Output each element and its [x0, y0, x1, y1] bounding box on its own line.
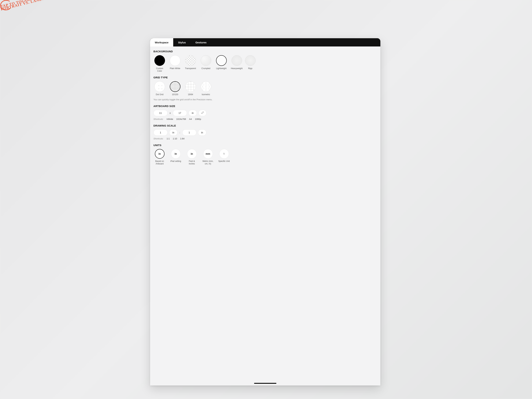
swatch-circle	[201, 81, 211, 92]
artboard-unit-select[interactable]: in	[189, 110, 197, 116]
section-title-grid: GRID TYPE	[153, 76, 377, 79]
home-indicator[interactable]	[254, 383, 276, 384]
artboard-orientation-toggle-button[interactable]	[199, 110, 206, 116]
swatch-label: 10/100	[172, 93, 178, 96]
swatch-label: Isometric	[202, 93, 210, 96]
swatch-circle	[170, 55, 180, 66]
artboard-height-input[interactable]: 17	[173, 110, 187, 116]
artboard-width-input[interactable]: 11	[153, 110, 168, 116]
background-option-custom-color[interactable]: Custom Color	[153, 55, 166, 72]
artboard-shortcuts-row: Shortcuts: Infinite 1024x768 A4 1080p	[153, 118, 377, 120]
artboard-shortcut-a4[interactable]: A4	[189, 118, 192, 120]
background-option-plain-white[interactable]: Plain White	[169, 55, 181, 72]
scale-shortcut-1-10[interactable]: 1:10	[173, 137, 177, 140]
swatch-label: Crumpled	[202, 67, 210, 70]
tab-stylus[interactable]: Stylus	[173, 38, 190, 46]
swatch-circle	[201, 55, 211, 66]
scale-shortcuts-row: Shortcuts: 1:1 1:10 1:64	[153, 137, 377, 140]
unit-option-specific[interactable]: ft Specific Unit	[218, 149, 230, 165]
artboard-shortcut-infinite[interactable]: Infinite	[166, 118, 173, 120]
scale-shortcut-1-64[interactable]: 1:64	[180, 137, 184, 140]
scale-left-value-input[interactable]: 1	[153, 129, 168, 136]
swatch-circle	[185, 55, 196, 66]
artboard-shortcut-1080p[interactable]: 1080p	[195, 118, 201, 120]
unit-option-metric[interactable]: mm Metric (mm, cm, m)	[202, 149, 214, 165]
unit-circle: in	[187, 149, 197, 159]
swatch-label: Custom Color	[153, 67, 166, 72]
scale-left-unit-select[interactable]: in	[169, 129, 177, 136]
unit-circle: ft	[219, 149, 229, 159]
swatch-circle	[216, 55, 227, 66]
shortcuts-label: Shortcuts:	[153, 118, 164, 120]
background-option-heavyweight[interactable]: Heavyweight	[231, 55, 243, 72]
grid-hint-text: You can quickly toggle the grid on/off i…	[153, 98, 377, 101]
grid-option-dot[interactable]: Dot Grid	[153, 81, 166, 96]
unit-label: Metric (mm, cm, m)	[202, 160, 214, 165]
unit-option-ipad[interactable]: in iPad setting	[170, 149, 182, 165]
tab-bar: Workspace Stylus Gestures	[150, 38, 380, 46]
background-option-crumpled[interactable]: Crumpled	[200, 55, 212, 72]
background-option-transparent[interactable]: Transparent	[184, 55, 197, 72]
section-title-scale: DRAWING SCALE	[153, 124, 377, 127]
swatch-label: 16/64	[188, 93, 193, 96]
section-title-units: UNITS	[153, 144, 377, 147]
swatch-label: Heavyweight	[231, 67, 243, 70]
swatch-circle	[170, 81, 180, 92]
unit-label: Based on Artboard	[153, 160, 166, 165]
swatch-label: Ripp	[248, 67, 252, 70]
swatch-label: Lightweight	[216, 67, 227, 70]
swatch-circle	[231, 55, 242, 66]
swap-icon	[201, 111, 204, 115]
artboard-shortcut-1024x768[interactable]: 1024x768	[176, 118, 186, 120]
background-option-ripple[interactable]: Ripp	[246, 55, 253, 72]
swatch-label: Dot Grid	[156, 93, 164, 96]
tab-gestures[interactable]: Gestures	[190, 38, 211, 46]
swatch-circle	[154, 81, 165, 92]
unit-circle: mm	[203, 149, 213, 159]
swatch-circle	[245, 55, 256, 66]
swatch-label: Transparent	[185, 67, 196, 70]
background-option-lightweight[interactable]: Lightweight	[215, 55, 228, 72]
scale-field-row: 1 in : 1 in	[153, 129, 377, 136]
unit-option-feet-inches[interactable]: in Feet & Inches	[186, 149, 198, 165]
units-row: in Based on Artboard in iPad setting in …	[153, 149, 377, 165]
scale-right-value-input[interactable]: 1	[182, 129, 196, 136]
shortcuts-label: Shortcuts:	[153, 137, 164, 140]
swatch-circle	[185, 81, 196, 92]
tab-workspace[interactable]: Workspace	[150, 38, 173, 46]
scale-colon-separator: :	[179, 131, 181, 134]
unit-label: Feet & Inches	[186, 160, 198, 165]
unit-circle: in	[155, 149, 165, 159]
scale-shortcut-1-1[interactable]: 1:1	[166, 137, 170, 140]
unit-option-artboard[interactable]: in Based on Artboard	[153, 149, 166, 165]
settings-panel: Workspace Stylus Gestures BACKGROUND Cus…	[150, 38, 380, 385]
panel-content[interactable]: BACKGROUND Custom Color Plain White Tran…	[150, 46, 380, 385]
artboard-field-row: 11 x 17 in	[153, 110, 377, 116]
artboard-x-separator: x	[169, 112, 171, 114]
unit-label: Specific Unit	[218, 160, 230, 162]
grid-option-16-64[interactable]: 16/64	[184, 81, 197, 96]
grid-option-isometric[interactable]: Isometric	[200, 81, 212, 96]
swatch-circle	[154, 55, 165, 66]
grid-option-10-100[interactable]: 10/100	[169, 81, 181, 96]
unit-label: iPad setting	[170, 160, 181, 162]
scale-right-unit-select[interactable]: in	[198, 129, 206, 136]
grid-swatch-row: Dot Grid 10/100 16/64 Isometric	[153, 81, 377, 96]
section-title-background: BACKGROUND	[153, 50, 377, 53]
section-title-artboard: ARTBOARD SIZE	[153, 105, 377, 108]
background-swatch-row: Custom Color Plain White Transparent Cru…	[153, 55, 377, 72]
unit-circle: in	[171, 149, 181, 159]
swatch-label: Plain White	[170, 67, 180, 70]
